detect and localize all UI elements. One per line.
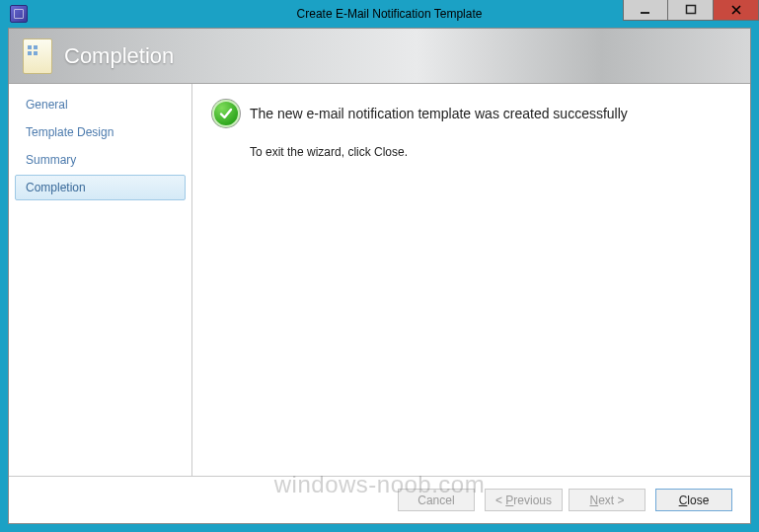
instruction-text: To exit the wizard, click Close.	[250, 145, 730, 159]
cancel-button: Cancel	[398, 489, 475, 511]
banner-title: Completion	[64, 43, 174, 69]
app-window: Create E-Mail Notification Template Comp…	[0, 0, 759, 532]
titlebar[interactable]: Create E-Mail Notification Template	[8, 0, 751, 28]
sidebar-item-summary[interactable]: Summary	[15, 147, 186, 173]
window-controls	[623, 0, 759, 21]
nav-button-group: < Previous Next >	[485, 489, 645, 511]
svg-rect-1	[686, 5, 695, 13]
wizard-body: General Template Design Summary Completi…	[9, 84, 750, 476]
sidebar-item-template-design[interactable]: Template Design	[15, 119, 186, 145]
svg-rect-0	[641, 12, 649, 14]
banner-document-icon	[23, 38, 52, 74]
sidebar-item-completion[interactable]: Completion	[15, 175, 186, 200]
success-check-icon	[212, 100, 240, 127]
previous-button: < Previous	[485, 489, 563, 511]
wizard-banner: Completion	[9, 29, 750, 84]
app-icon	[10, 5, 28, 23]
next-button: Next >	[569, 489, 645, 511]
minimize-button[interactable]	[623, 0, 668, 21]
close-button[interactable]: Close	[655, 489, 732, 511]
wizard-content: The new e-mail notification template was…	[192, 84, 750, 476]
close-window-button[interactable]	[714, 0, 759, 21]
maximize-button[interactable]	[668, 0, 714, 21]
wizard-sidebar: General Template Design Summary Completi…	[9, 84, 192, 476]
wizard-footer: Cancel < Previous Next > Close	[9, 476, 750, 523]
sidebar-item-general[interactable]: General	[15, 92, 186, 117]
client-area: Completion General Template Design Summa…	[8, 28, 751, 524]
success-row: The new e-mail notification template was…	[212, 100, 730, 127]
success-message: The new e-mail notification template was…	[250, 106, 628, 121]
